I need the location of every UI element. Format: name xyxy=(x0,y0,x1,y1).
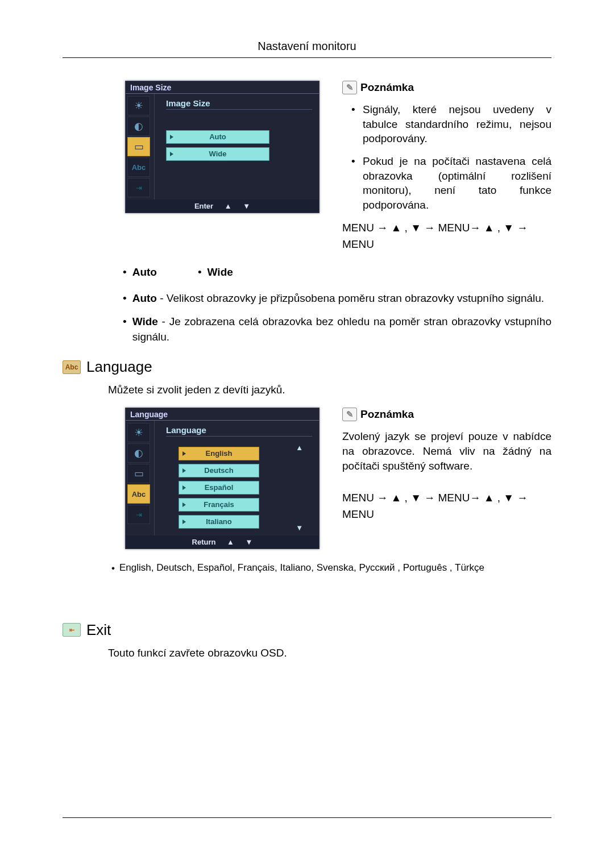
language-intro: Můžete si zvolit jeden z devíti jazyků. xyxy=(108,384,551,396)
osd-section-title: Image Size xyxy=(166,97,312,110)
section-title-exit: ⇤ Exit xyxy=(63,621,551,639)
page-title: Nastavení monitoru xyxy=(63,40,551,53)
inline-bullet-row: •Auto •Wide xyxy=(123,266,551,279)
sun-icon[interactable]: ☀ xyxy=(127,96,150,115)
section-title-language: Abc Language xyxy=(63,358,551,376)
note-heading: ✎ Poznámka xyxy=(342,408,551,421)
note-item: Pokud je na počítači nastavena celá obra… xyxy=(351,154,551,213)
scroll-up-icon[interactable]: ▲ xyxy=(296,443,303,452)
option-italiano[interactable]: Italiano xyxy=(179,515,259,529)
sun-icon[interactable]: ☀ xyxy=(127,423,150,442)
exit-text: Touto funkcí zavřete obrazovku OSD. xyxy=(108,647,551,659)
pencil-note-icon: ✎ xyxy=(342,81,357,94)
option-francais[interactable]: Français xyxy=(179,498,259,512)
scroll-down-icon[interactable]: ▼ xyxy=(296,524,303,532)
header-rule xyxy=(63,57,551,58)
note-title: Poznámka xyxy=(360,408,414,421)
abc-icon[interactable]: Abc xyxy=(127,484,150,504)
osd-foot-down-icon[interactable]: ▼ xyxy=(246,538,253,546)
palette-icon[interactable]: ◐ xyxy=(127,443,150,463)
note-title: Poznámka xyxy=(360,81,414,94)
language-list: • English, Deutsch, Español, Français, I… xyxy=(111,560,551,576)
osd-image-size: Image Size ☀ ◐ ▭ Abc ⇥ Image Size Auto W… xyxy=(125,81,320,213)
option-english[interactable]: English xyxy=(179,447,259,460)
menu-navigation: MENU → ▲ , ▼ → MENU→ ▲ , ▼ → MENU xyxy=(342,220,551,252)
pencil-note-icon: ✎ xyxy=(342,408,357,421)
square-icon[interactable]: ▭ xyxy=(127,137,150,156)
osd-title: Language xyxy=(126,408,319,421)
osd-foot-label[interactable]: Enter xyxy=(194,202,213,210)
note-item: Signály, které nejsou uvedeny v tabulce … xyxy=(351,102,551,146)
option-wide[interactable]: Wide xyxy=(166,147,269,161)
exit-icon[interactable]: ⇥ xyxy=(127,178,150,197)
option-auto[interactable]: Auto xyxy=(166,130,269,144)
desc-bullet: • Wide - Je zobrazena celá obrazovka bez… xyxy=(123,314,551,344)
osd-foot-down-icon[interactable]: ▼ xyxy=(243,202,250,210)
footer-rule xyxy=(63,817,551,818)
exit-section-icon: ⇤ xyxy=(63,623,81,637)
osd-language: Language ☀ ◐ ▭ Abc ⇥ Language ▲ English xyxy=(125,408,320,549)
palette-icon[interactable]: ◐ xyxy=(127,117,150,136)
osd-foot-up-icon[interactable]: ▲ xyxy=(225,202,232,210)
osd-footer: Enter ▲ ▼ xyxy=(126,200,319,213)
menu-navigation: MENU → ▲ , ▼ → MENU→ ▲ , ▼ → MENU xyxy=(342,490,551,522)
exit-icon[interactable]: ⇥ xyxy=(127,505,150,524)
osd-title: Image Size xyxy=(126,81,319,94)
osd-section-title: Language xyxy=(166,424,312,437)
abc-icon[interactable]: Abc xyxy=(127,157,150,177)
desc-bullet: • Auto - Velikost obrazovky je přizpůsob… xyxy=(123,291,551,306)
osd-foot-up-icon[interactable]: ▲ xyxy=(227,538,234,546)
option-deutsch[interactable]: Deutsch xyxy=(179,464,259,477)
option-espanol[interactable]: Español xyxy=(179,481,259,495)
square-icon[interactable]: ▭ xyxy=(127,464,150,483)
osd-foot-label[interactable]: Return xyxy=(192,538,216,546)
language-note-text: Zvolený jazyk se projeví pouze v nabídce… xyxy=(342,429,551,473)
note-heading: ✎ Poznámka xyxy=(342,81,551,94)
abc-section-icon: Abc xyxy=(63,360,81,374)
osd-footer: Return ▲ ▼ xyxy=(126,535,319,549)
